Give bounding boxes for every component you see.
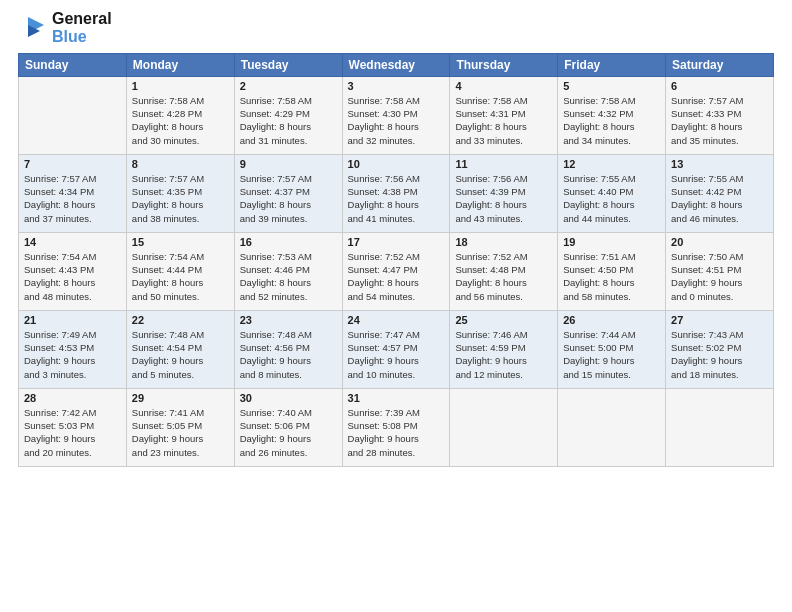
day-number: 22 [132,314,229,326]
day-number: 4 [455,80,552,92]
calendar-cell: 31Sunrise: 7:39 AM Sunset: 5:08 PM Dayli… [342,388,450,466]
day-number: 10 [348,158,445,170]
day-number: 19 [563,236,660,248]
day-number: 13 [671,158,768,170]
calendar-cell: 28Sunrise: 7:42 AM Sunset: 5:03 PM Dayli… [19,388,127,466]
day-number: 21 [24,314,121,326]
weekday-header: Wednesday [342,53,450,76]
day-info: Sunrise: 7:50 AM Sunset: 4:51 PM Dayligh… [671,250,768,303]
calendar-cell: 11Sunrise: 7:56 AM Sunset: 4:39 PM Dayli… [450,154,558,232]
weekday-header-row: SundayMondayTuesdayWednesdayThursdayFrid… [19,53,774,76]
day-info: Sunrise: 7:58 AM Sunset: 4:32 PM Dayligh… [563,94,660,147]
day-info: Sunrise: 7:39 AM Sunset: 5:08 PM Dayligh… [348,406,445,459]
day-info: Sunrise: 7:47 AM Sunset: 4:57 PM Dayligh… [348,328,445,381]
day-number: 6 [671,80,768,92]
calendar-cell: 17Sunrise: 7:52 AM Sunset: 4:47 PM Dayli… [342,232,450,310]
logo-icon [18,13,48,43]
day-number: 9 [240,158,337,170]
day-info: Sunrise: 7:58 AM Sunset: 4:28 PM Dayligh… [132,94,229,147]
day-number: 28 [24,392,121,404]
calendar-cell: 23Sunrise: 7:48 AM Sunset: 4:56 PM Dayli… [234,310,342,388]
day-number: 11 [455,158,552,170]
calendar-cell: 16Sunrise: 7:53 AM Sunset: 4:46 PM Dayli… [234,232,342,310]
day-info: Sunrise: 7:54 AM Sunset: 4:43 PM Dayligh… [24,250,121,303]
weekday-header: Sunday [19,53,127,76]
day-number: 5 [563,80,660,92]
calendar-cell: 1Sunrise: 7:58 AM Sunset: 4:28 PM Daylig… [126,76,234,154]
day-info: Sunrise: 7:57 AM Sunset: 4:35 PM Dayligh… [132,172,229,225]
day-info: Sunrise: 7:57 AM Sunset: 4:37 PM Dayligh… [240,172,337,225]
day-number: 23 [240,314,337,326]
calendar-cell: 12Sunrise: 7:55 AM Sunset: 4:40 PM Dayli… [558,154,666,232]
calendar-cell: 24Sunrise: 7:47 AM Sunset: 4:57 PM Dayli… [342,310,450,388]
day-info: Sunrise: 7:48 AM Sunset: 4:56 PM Dayligh… [240,328,337,381]
calendar-cell: 25Sunrise: 7:46 AM Sunset: 4:59 PM Dayli… [450,310,558,388]
calendar-cell [450,388,558,466]
day-info: Sunrise: 7:53 AM Sunset: 4:46 PM Dayligh… [240,250,337,303]
calendar-cell [558,388,666,466]
weekday-header: Friday [558,53,666,76]
calendar-cell: 2Sunrise: 7:58 AM Sunset: 4:29 PM Daylig… [234,76,342,154]
day-number: 8 [132,158,229,170]
day-number: 1 [132,80,229,92]
calendar-cell: 21Sunrise: 7:49 AM Sunset: 4:53 PM Dayli… [19,310,127,388]
day-number: 26 [563,314,660,326]
day-info: Sunrise: 7:52 AM Sunset: 4:48 PM Dayligh… [455,250,552,303]
day-info: Sunrise: 7:57 AM Sunset: 4:34 PM Dayligh… [24,172,121,225]
day-number: 27 [671,314,768,326]
calendar-week-row: 7Sunrise: 7:57 AM Sunset: 4:34 PM Daylig… [19,154,774,232]
calendar-cell: 15Sunrise: 7:54 AM Sunset: 4:44 PM Dayli… [126,232,234,310]
day-info: Sunrise: 7:46 AM Sunset: 4:59 PM Dayligh… [455,328,552,381]
calendar-cell: 14Sunrise: 7:54 AM Sunset: 4:43 PM Dayli… [19,232,127,310]
day-info: Sunrise: 7:58 AM Sunset: 4:30 PM Dayligh… [348,94,445,147]
calendar-cell: 10Sunrise: 7:56 AM Sunset: 4:38 PM Dayli… [342,154,450,232]
calendar-week-row: 21Sunrise: 7:49 AM Sunset: 4:53 PM Dayli… [19,310,774,388]
day-number: 29 [132,392,229,404]
day-info: Sunrise: 7:43 AM Sunset: 5:02 PM Dayligh… [671,328,768,381]
day-info: Sunrise: 7:51 AM Sunset: 4:50 PM Dayligh… [563,250,660,303]
weekday-header: Thursday [450,53,558,76]
calendar-week-row: 1Sunrise: 7:58 AM Sunset: 4:28 PM Daylig… [19,76,774,154]
calendar-cell: 7Sunrise: 7:57 AM Sunset: 4:34 PM Daylig… [19,154,127,232]
day-number: 12 [563,158,660,170]
day-info: Sunrise: 7:58 AM Sunset: 4:31 PM Dayligh… [455,94,552,147]
day-number: 7 [24,158,121,170]
calendar-week-row: 28Sunrise: 7:42 AM Sunset: 5:03 PM Dayli… [19,388,774,466]
calendar-cell: 26Sunrise: 7:44 AM Sunset: 5:00 PM Dayli… [558,310,666,388]
weekday-header: Tuesday [234,53,342,76]
calendar-cell: 30Sunrise: 7:40 AM Sunset: 5:06 PM Dayli… [234,388,342,466]
calendar-cell: 19Sunrise: 7:51 AM Sunset: 4:50 PM Dayli… [558,232,666,310]
calendar-cell [666,388,774,466]
calendar-cell: 20Sunrise: 7:50 AM Sunset: 4:51 PM Dayli… [666,232,774,310]
calendar-cell: 3Sunrise: 7:58 AM Sunset: 4:30 PM Daylig… [342,76,450,154]
day-number: 30 [240,392,337,404]
header: General Blue [18,10,774,47]
day-info: Sunrise: 7:57 AM Sunset: 4:33 PM Dayligh… [671,94,768,147]
calendar-week-row: 14Sunrise: 7:54 AM Sunset: 4:43 PM Dayli… [19,232,774,310]
day-number: 17 [348,236,445,248]
day-info: Sunrise: 7:52 AM Sunset: 4:47 PM Dayligh… [348,250,445,303]
calendar-cell: 4Sunrise: 7:58 AM Sunset: 4:31 PM Daylig… [450,76,558,154]
calendar-cell: 27Sunrise: 7:43 AM Sunset: 5:02 PM Dayli… [666,310,774,388]
day-number: 14 [24,236,121,248]
day-info: Sunrise: 7:56 AM Sunset: 4:39 PM Dayligh… [455,172,552,225]
weekday-header: Monday [126,53,234,76]
logo-text: General Blue [52,10,112,47]
day-info: Sunrise: 7:56 AM Sunset: 4:38 PM Dayligh… [348,172,445,225]
day-number: 16 [240,236,337,248]
calendar-cell: 18Sunrise: 7:52 AM Sunset: 4:48 PM Dayli… [450,232,558,310]
calendar-table: SundayMondayTuesdayWednesdayThursdayFrid… [18,53,774,467]
calendar-cell: 29Sunrise: 7:41 AM Sunset: 5:05 PM Dayli… [126,388,234,466]
calendar-cell [19,76,127,154]
day-info: Sunrise: 7:55 AM Sunset: 4:42 PM Dayligh… [671,172,768,225]
day-info: Sunrise: 7:54 AM Sunset: 4:44 PM Dayligh… [132,250,229,303]
calendar-cell: 22Sunrise: 7:48 AM Sunset: 4:54 PM Dayli… [126,310,234,388]
day-info: Sunrise: 7:48 AM Sunset: 4:54 PM Dayligh… [132,328,229,381]
calendar-cell: 9Sunrise: 7:57 AM Sunset: 4:37 PM Daylig… [234,154,342,232]
day-number: 20 [671,236,768,248]
day-number: 31 [348,392,445,404]
calendar-cell: 5Sunrise: 7:58 AM Sunset: 4:32 PM Daylig… [558,76,666,154]
calendar-cell: 13Sunrise: 7:55 AM Sunset: 4:42 PM Dayli… [666,154,774,232]
day-number: 15 [132,236,229,248]
day-info: Sunrise: 7:41 AM Sunset: 5:05 PM Dayligh… [132,406,229,459]
